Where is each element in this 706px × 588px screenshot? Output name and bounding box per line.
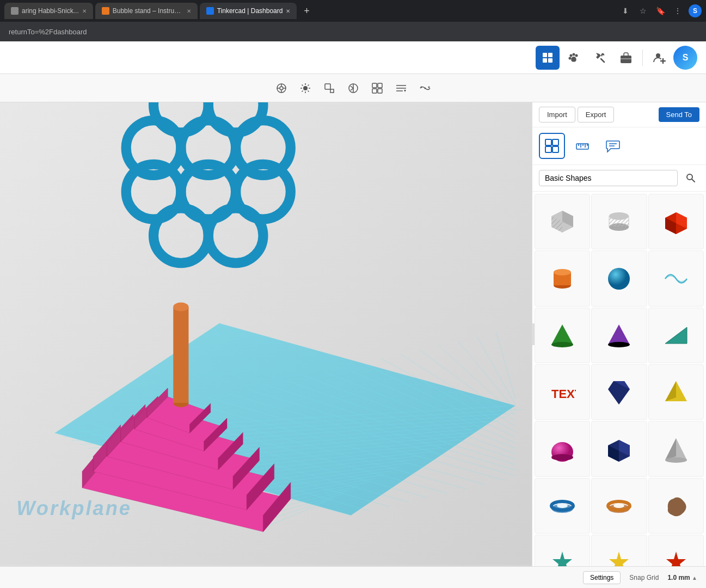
settings-button[interactable]: Settings [583,571,621,584]
briefcase-button[interactable] [614,46,638,70]
shape-item-torus-blue[interactable] [535,478,590,534]
send-to-button[interactable]: Send To [659,107,699,122]
export-button[interactable]: Export [578,107,615,122]
svg-rect-28 [325,84,330,89]
briefcase-icon [619,51,633,64]
align-icon [395,82,407,94]
browser-chrome: aring Habbi-Snick... ✕ Bubble stand – In… [0,0,706,22]
svg-point-155 [608,268,630,290]
svg-point-157 [551,342,573,347]
tools-button[interactable] [588,46,612,70]
address-text[interactable]: returnTo=%2Fdashboard [9,28,87,36]
svg-point-177 [557,504,568,508]
collapse-panel-button[interactable]: ❯ [532,323,535,345]
light-icon [299,82,311,94]
svg-rect-127 [552,139,558,145]
scene-svg: Workplane [0,102,532,566]
shape-item-box[interactable] [535,194,590,249]
tab-2-close[interactable]: ✕ [187,8,191,14]
align-button[interactable] [390,77,412,99]
panel-chat-view-button[interactable] [600,133,626,159]
svg-line-27 [302,90,303,91]
svg-rect-114 [173,307,188,403]
new-tab-button[interactable]: + [299,3,314,19]
tab-2[interactable]: Bubble stand – Instructables ✕ [95,3,198,19]
bookmark-star-icon[interactable]: ☆ [636,4,649,17]
shape-item-dome-magenta[interactable] [535,421,590,476]
shape-category-dropdown[interactable]: Basic Shapes Text & Numbers Connectors F… [539,170,678,186]
shape-item-sphere-blue[interactable] [591,250,647,306]
tab-3-favicon [206,7,214,15]
svg-point-14 [280,87,283,90]
shape-item-cone-green[interactable] [535,308,590,363]
svg-point-168 [551,454,573,461]
snap-grid-label: Snap Grid [629,574,659,581]
shape-item-pyramid-yellow[interactable] [648,364,704,420]
svg-rect-33 [372,89,377,93]
shape-item-box-navy[interactable] [591,421,647,476]
svg-point-159 [608,342,630,347]
mirror-button[interactable] [342,77,364,99]
shape-search-button[interactable] [682,169,699,187]
app-container: S [0,41,706,588]
add-user-button[interactable] [647,46,671,70]
shape-item-wire[interactable] [648,250,704,306]
download-icon[interactable]: ⬇ [619,4,632,17]
snap-grid-value[interactable]: 1.0 mm ▲ [667,574,697,581]
user-profile-button[interactable]: S [673,46,697,70]
panel-ruler-icon [575,138,590,154]
shape-item-star-teal[interactable] [535,535,590,566]
shape-item-cone-gray[interactable] [648,421,704,476]
secondary-toolbar [0,74,706,102]
import-button[interactable]: Import [539,107,575,122]
bookmark-icon[interactable]: 🔖 [654,4,667,17]
svg-point-40 [424,87,426,89]
shape-item-wedge-teal[interactable] [648,308,704,363]
shape-item-cube-red[interactable] [648,194,704,249]
shape-item-cylinder-orange[interactable] [535,250,590,306]
tab-1-close[interactable]: ✕ [82,8,87,14]
shapes-grid: TEXT [532,192,706,566]
svg-rect-126 [545,139,551,145]
svg-point-174 [665,457,687,463]
svg-point-19 [303,86,308,90]
shape-item-cone-purple[interactable] [591,308,647,363]
group-button[interactable] [366,77,388,99]
shape-icon [323,82,335,94]
svg-rect-8 [621,56,631,63]
camera-button[interactable] [271,77,292,99]
tab-1[interactable]: aring Habbi-Snick... ✕ [4,3,93,19]
svg-rect-1 [548,53,552,57]
group-icon [371,82,383,94]
svg-marker-182 [609,552,629,566]
shape-item-star-yellow[interactable] [591,535,647,566]
svg-marker-38 [404,90,406,92]
shape-item-text[interactable]: TEXT [535,364,590,420]
shape-item-torus-orange[interactable] [591,478,647,534]
panel-grid-view-button[interactable] [539,133,565,159]
pattern-button[interactable] [414,77,436,99]
shape-item-gem-navy[interactable] [591,364,647,420]
light-button[interactable] [294,77,316,99]
svg-marker-181 [552,552,572,566]
paw-icon [567,51,580,64]
svg-point-10 [656,53,660,58]
menu-icon[interactable]: ⋮ [671,4,684,17]
tab-2-favicon [102,7,109,15]
viewport[interactable]: Workplane [0,102,532,566]
shape-item-star-red[interactable] [648,535,704,566]
panel-view-selector [532,127,706,165]
grid-view-button[interactable] [536,46,560,70]
svg-rect-128 [545,146,551,152]
shape-item-cylinder-gray[interactable] [591,194,647,249]
panel-ruler-view-button[interactable] [569,133,596,159]
shape-button[interactable] [318,77,340,99]
tab-3-close[interactable]: ✕ [286,8,290,14]
tab-3[interactable]: Tinkercad | Dashboard ✕ [200,3,297,19]
svg-point-6 [575,54,578,57]
paw-button[interactable] [562,46,586,70]
svg-point-115 [173,303,188,311]
shape-item-blob-brown[interactable] [648,478,704,534]
svg-rect-34 [378,89,382,93]
avatar[interactable]: S [689,4,702,17]
